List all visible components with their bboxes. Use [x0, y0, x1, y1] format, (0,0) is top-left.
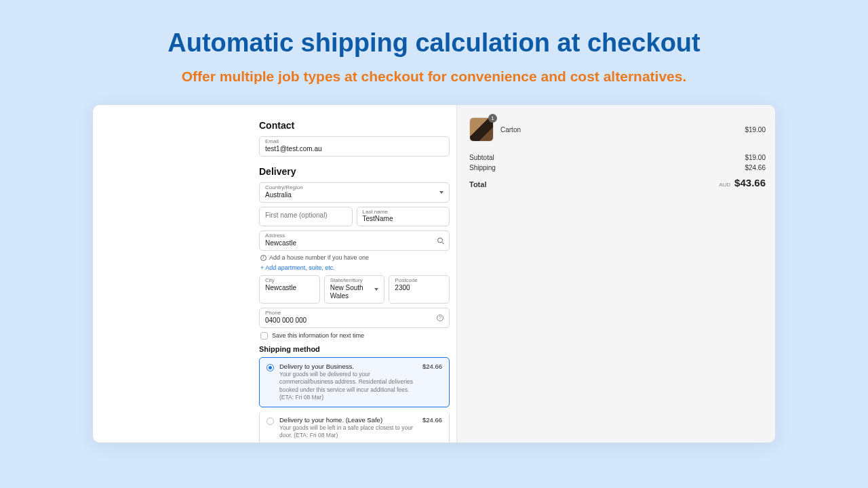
first-name-placeholder: First name (optional) [265, 207, 347, 223]
add-apartment-link[interactable]: + Add apartment, suite, etc. [260, 264, 450, 271]
save-info-row[interactable]: Save this information for next time [260, 332, 450, 340]
phone-field[interactable]: Phone 0400 000 000 ? [259, 308, 450, 328]
first-name-field[interactable]: First name (optional) [259, 207, 353, 227]
shipping-option-price: $24.66 [422, 416, 442, 440]
country-label: Country/Region [265, 185, 443, 191]
cart-line-item: 1 Carton $19.00 [469, 117, 766, 142]
state-value: New South Wales [330, 284, 379, 300]
shipping-option-home-leavesafe[interactable]: Delivery to your home. (Leave Safe) Your… [259, 411, 450, 443]
last-name-value: TestName [363, 215, 444, 223]
delivery-heading: Delivery [259, 166, 450, 177]
phone-label: Phone [265, 310, 443, 317]
page-title: Automatic shipping calculation at checko… [0, 0, 868, 58]
page-subtitle: Offer multiple job types at checkout for… [0, 68, 868, 85]
help-icon[interactable]: ? [437, 314, 443, 321]
shipping-option-title: Delivery to your Business. [279, 363, 417, 370]
product-price: $19.00 [745, 126, 766, 134]
last-name-label: Last name [363, 209, 444, 216]
phone-value: 0400 000 000 [265, 317, 443, 325]
chevron-down-icon [374, 288, 378, 291]
checkout-form: Contact Email test1@test.com.au Delivery… [93, 105, 456, 443]
save-info-label: Save this information for next time [272, 332, 364, 339]
subtotal-value: $19.00 [745, 154, 766, 161]
subtotal-label: Subtotal [469, 154, 494, 161]
email-label: Email [265, 139, 443, 145]
shipping-value: $24.66 [745, 164, 766, 171]
email-field[interactable]: Email test1@test.com.au [259, 136, 450, 157]
postcode-label: Postcode [395, 278, 443, 284]
address-label: Address [265, 233, 443, 239]
total-row: Total AUD $43.66 [469, 177, 766, 188]
product-name: Carton [500, 126, 738, 134]
shipping-option-price: $24.66 [422, 363, 442, 402]
state-label: State/territory [330, 278, 379, 284]
radio-unselected-icon[interactable] [267, 418, 274, 425]
city-value: Newcastle [265, 284, 314, 292]
address-value: Newcastle [265, 239, 443, 247]
state-select[interactable]: State/territory New South Wales [324, 275, 385, 304]
address-field[interactable]: Address Newcastle [259, 230, 450, 251]
checkout-card: Contact Email test1@test.com.au Delivery… [93, 105, 775, 443]
subtotal-row: Subtotal $19.00 [469, 154, 766, 161]
postcode-value: 2300 [395, 284, 443, 292]
total-amount: $43.66 [734, 177, 766, 188]
postcode-field[interactable]: Postcode 2300 [389, 275, 450, 304]
last-name-field[interactable]: Last name TestName [357, 207, 450, 227]
country-select[interactable]: Country/Region Australia [259, 182, 450, 203]
shipping-option-desc: Your goods will be delivered to your com… [279, 371, 417, 402]
chevron-down-icon [439, 191, 443, 194]
shipping-option-title: Delivery to your home. (Leave Safe) [279, 416, 417, 424]
city-label: City [265, 278, 314, 284]
total-label: Total [469, 180, 486, 188]
shipping-option-desc: Your goods will be left in a safe place … [279, 424, 417, 440]
email-value: test1@test.com.au [265, 145, 443, 153]
contact-heading: Contact [259, 120, 450, 131]
shipping-option-business[interactable]: Delivery to your Business. Your goods wi… [259, 357, 450, 407]
search-icon [437, 238, 443, 244]
save-info-checkbox[interactable] [260, 332, 268, 340]
quantity-badge: 1 [488, 114, 497, 123]
house-number-hint: Add a house number if you have one [260, 254, 450, 261]
city-field[interactable]: City Newcastle [259, 275, 320, 304]
country-value: Australia [265, 191, 443, 199]
radio-selected-icon[interactable] [267, 364, 274, 371]
house-hint-text: Add a house number if you have one [269, 254, 369, 261]
shipping-row: Shipping $24.66 [469, 164, 766, 171]
info-icon [260, 255, 267, 261]
currency-label: AUD [719, 182, 730, 188]
shipping-method-heading: Shipping method [259, 345, 450, 353]
product-thumbnail: 1 [469, 117, 494, 142]
shipping-label: Shipping [469, 164, 496, 171]
order-summary: 1 Carton $19.00 Subtotal $19.00 Shipping… [456, 105, 775, 443]
